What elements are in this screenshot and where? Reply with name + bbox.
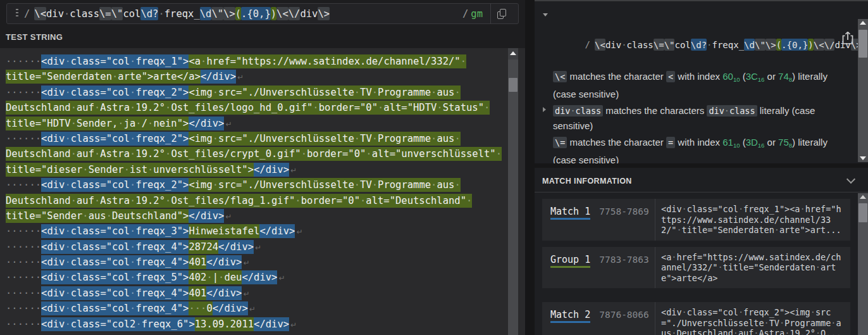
match-row[interactable]: Match 17758-7869<div·class="col·freqx_1"… [542, 199, 850, 241]
explanation-scrollbar[interactable] [858, 19, 868, 162]
newline-mark-icon: ↵ [224, 118, 232, 130]
match-highlight: </div> [259, 224, 295, 238]
whitespace: ······ [6, 317, 41, 331]
explanation-entry[interactable]: \< matches the character < with index 60… [542, 69, 849, 101]
explanation-entry[interactable]: div·class matches the characters div·cla… [542, 103, 849, 133]
regex-test-panel: / \<div·class\=\"col\d?·freqx_\d\"\>(.{0… [0, 0, 525, 335]
group-highlight: title="Sender·aus·Deutschland"> [6, 209, 189, 223]
match-highlight: </div> [242, 270, 277, 284]
newline-mark-icon: ↵ [289, 165, 297, 176]
regex-token: \< [34, 7, 46, 20]
regex-token: \= [99, 7, 111, 20]
regex-token: div [300, 7, 318, 20]
match-highlight: </div> [189, 209, 224, 223]
match-label: Match 2 [550, 309, 590, 323]
explanation-sub: 10 [733, 142, 740, 149]
explanation-sub: 10 [733, 76, 740, 83]
group-highlight: <img·src="./Unverschlüsselte·TV·Programm… [189, 85, 460, 99]
scrollbar-thumb[interactable] [859, 203, 867, 222]
regex-token: ) [808, 39, 813, 51]
copy-icon [497, 9, 506, 19]
expand-triangle-icon[interactable] [543, 107, 546, 112]
group-highlight: Deutschland·auf·Astra·19.2°·Ost_files/cr… [6, 147, 502, 161]
group-highlight: Deutschland·auf·Astra·19.2°·Ost_files/lo… [6, 101, 490, 115]
drag-handle-icon[interactable] [16, 9, 18, 18]
test-string-line: ······<div·class="col·freqx_2"><img·src=… [6, 131, 525, 146]
scrollbar-thumb[interactable] [859, 30, 867, 58]
collapse-triangle-icon[interactable] [543, 13, 548, 16]
explanation-panel: /\<div·class\=\"col\d?·freqx_\d\"\>(.{0,… [535, 3, 858, 163]
regex-token: \d [744, 39, 755, 51]
whitespace: ······ [6, 178, 41, 192]
newline-mark-icon: ↵ [289, 319, 297, 331]
match-range: 7758-7869 [590, 206, 649, 241]
test-string-line: ······<div·class="col·freqx_2"><img·src=… [6, 177, 525, 193]
arrow-up-icon[interactable] [860, 195, 866, 199]
explanation-num: 3D [746, 137, 758, 148]
regex-input[interactable]: / \<div·class\=\"col\d?·freqx_\d\"\>(.{0… [6, 3, 519, 24]
regex-token: \> [766, 39, 776, 51]
match-highlight: <div·class="col·freqx_4"> [41, 301, 189, 315]
explanation-regex-header[interactable]: /\<div·class\=\"col\d?·freqx_\d\"\>(.{0,… [542, 8, 849, 66]
explanation-text: or [764, 137, 778, 148]
group-highlight: Deutschland·auf·Astra·19.2°·Ost_files/fl… [6, 194, 472, 208]
test-string-line: title="dieser·Sender·ist·unverschlüsselt… [6, 162, 525, 177]
group-highlight: 13.09.2011 [195, 317, 254, 331]
explanation-text: matches the characters [603, 105, 707, 116]
explanation-text: matches the character [567, 71, 666, 82]
explanation-num: 3C [746, 71, 758, 82]
scroll-up-button[interactable] [508, 48, 518, 60]
regex-token: \" [664, 39, 675, 51]
regex-pattern[interactable]: \<div·class\=\"col\d?·freqx_\d\"\>(.{0,}… [34, 8, 330, 20]
match-range: 7783-7863 [590, 254, 649, 289]
regex-token: \d? [691, 39, 707, 51]
regex-token: ·freqx_ [707, 39, 744, 51]
regex-token: \/ [288, 7, 301, 20]
match-row[interactable]: Match 27876-8066<div·class="col·freqx_2"… [542, 302, 850, 335]
regex-open-delimiter: / [585, 39, 595, 49]
explanation-text: with index [675, 137, 722, 148]
match-highlight: <div·class="col·freqx_2"> [41, 178, 189, 192]
group-highlight: title="Senderdaten·arte">arte</a> [6, 70, 201, 84]
match-highlight: <div·class="col·freqx_4"> [41, 255, 189, 269]
export-matches-button[interactable] [841, 30, 855, 46]
regex-token: .{0,} [781, 39, 808, 51]
newline-mark-icon: ↵ [242, 288, 249, 300]
test-string-line: title="Senderdaten·arte">arte</a></div>↵ [6, 69, 525, 84]
explanation-sub: 16 [758, 76, 765, 83]
regex-token: \> [318, 7, 330, 20]
explanation-chip: div·class [553, 105, 603, 117]
regex-token: \< [595, 39, 605, 51]
regex-flags[interactable]: gm [471, 8, 483, 20]
match-highlight: </div> [213, 301, 248, 315]
group-highlight: <a·href="https://www.satindex.de/channel… [189, 54, 466, 68]
regex-token: ·freqx_ [158, 7, 199, 20]
copy-regex-button[interactable] [490, 3, 512, 24]
scrollbar-thumb[interactable] [509, 78, 518, 92]
regex-token: \< [814, 39, 824, 51]
explanation-num: 75 [778, 137, 789, 148]
regex-token: ( [235, 7, 241, 20]
match-info-scrollbar[interactable] [858, 193, 868, 335]
test-string-editor[interactable]: ······<div·class="col·freqx_1"><a·href="… [0, 48, 525, 335]
match-highlight: </div> [206, 255, 242, 269]
match-content: <a·href="https://www.satindex.de/channel… [655, 247, 850, 289]
export-icon [841, 30, 855, 46]
regex-token: col [123, 7, 140, 20]
test-string-scrollbar[interactable] [508, 48, 518, 335]
match-information-heading: MATCH INFORMATION [535, 168, 868, 193]
match-highlight: <div·class="col·freqx_4"> [41, 240, 189, 254]
arrow-up-icon[interactable] [860, 21, 866, 25]
regex-open-delimiter: / [24, 8, 34, 20]
test-string-line: ······<div·class="col·freqx_2"><img·src=… [6, 85, 525, 100]
newline-mark-icon: ↵ [224, 211, 232, 222]
whitespace: ······ [6, 255, 41, 269]
group-row[interactable]: Group 17783-7863<a·href="https://www.sat… [542, 247, 850, 289]
arrow-down-icon[interactable] [860, 156, 866, 160]
test-string-line: ······<div·class="col·freqx_4">28724</di… [6, 239, 525, 255]
test-string-line: ······<div·class="col·freqx_1"><a·href="… [6, 54, 525, 69]
explanation-entry[interactable]: \= matches the character = with index 61… [542, 135, 849, 163]
chevron-down-icon[interactable] [846, 175, 855, 184]
match-highlight: <div·class="col·freqx_2"> [41, 85, 189, 99]
test-string-line: ······<div·class="col2·freqx_6">13.09.20… [6, 317, 525, 332]
